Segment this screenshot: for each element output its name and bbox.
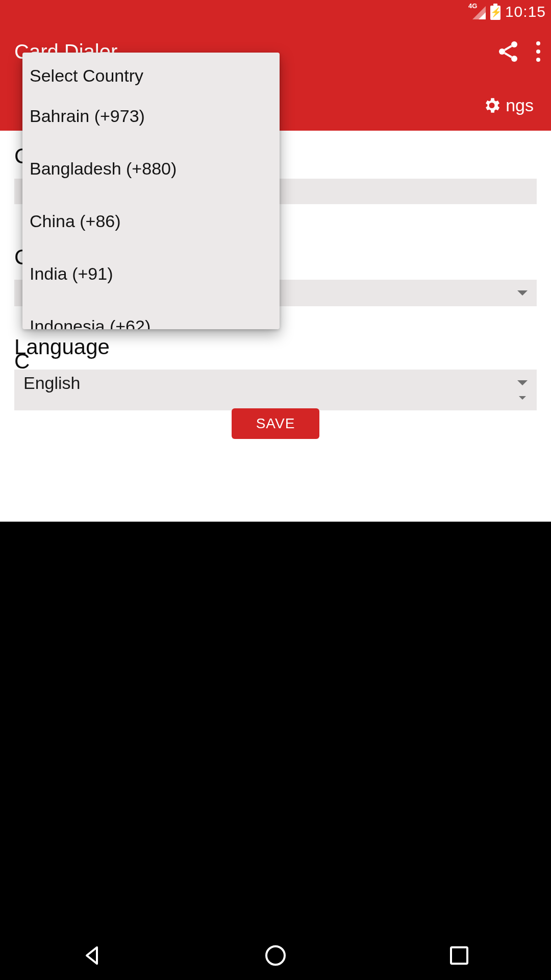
country-dropdown: Select Country Bahrain (+973) Bangladesh…	[22, 53, 280, 329]
country-option[interactable]: China (+86)	[22, 195, 280, 248]
dropdown-title: Select Country	[22, 53, 280, 90]
country-option[interactable]: India (+91)	[22, 248, 280, 300]
dropdown-scrim[interactable]: Select Country Bahrain (+973) Bangladesh…	[0, 0, 418, 743]
country-option[interactable]: Bangladesh (+880)	[22, 142, 280, 195]
country-option[interactable]: Indonesia (+62)	[22, 300, 280, 329]
country-option[interactable]: Bahrain (+973)	[22, 90, 280, 142]
